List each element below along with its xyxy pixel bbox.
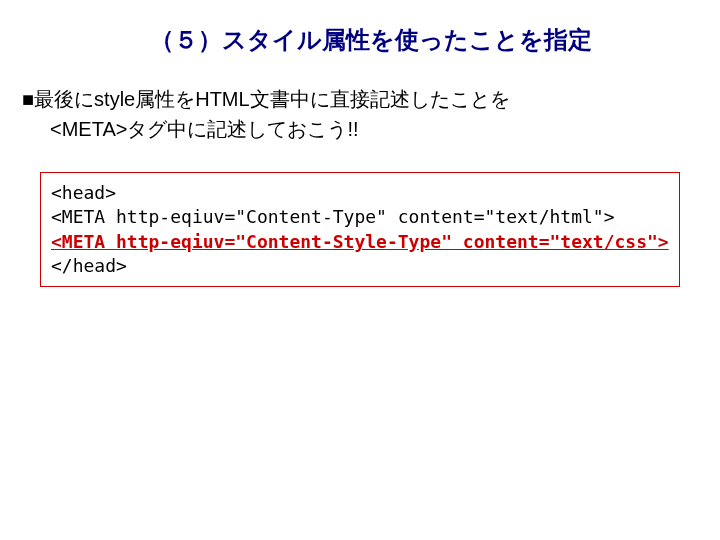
code-example-box: <head> <META http-eqiuv="Content-Type" c… — [40, 172, 680, 287]
code-line: </head> — [51, 254, 669, 278]
code-line: <META http-eqiuv="Content-Type" content=… — [51, 205, 669, 229]
body-paragraph: ■最後にstyle属性をHTML文書中に直接記述したことを <META>タグ中に… — [0, 56, 720, 144]
code-line: <head> — [51, 181, 669, 205]
code-line-highlight: <META http-eqiuv="Content-Style-Type" co… — [51, 230, 669, 254]
body-line-2: <META>タグ中に記述しておこう!! — [22, 114, 690, 144]
section-heading: （５）スタイル属性を使ったことを指定 — [0, 0, 720, 56]
body-line-1: ■最後にstyle属性をHTML文書中に直接記述したことを — [22, 84, 690, 114]
